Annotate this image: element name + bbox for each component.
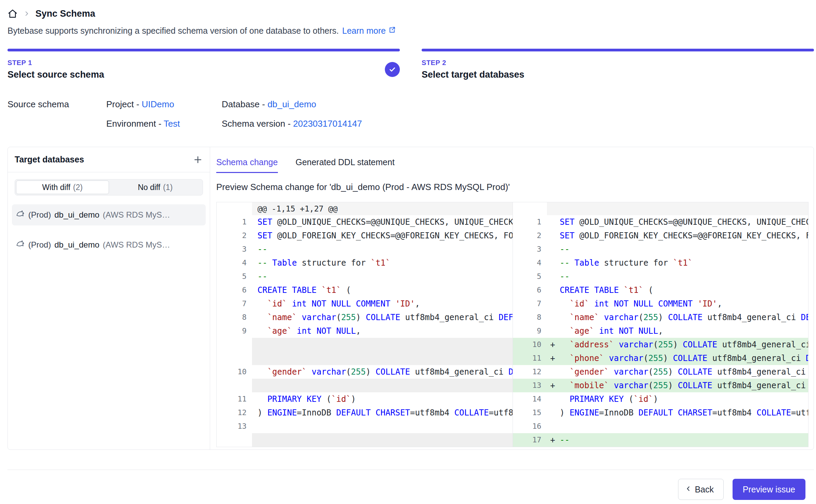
code-line: `id` int NOT NULL COMMENT 'ID', xyxy=(257,297,513,311)
target-database-list: (Prod) db_ui_demo (AWS RDS MyS… (Prod) d… xyxy=(8,204,210,255)
code-line: ) ENGINE=InnoDB DEFAULT CHARSET=utf8mb4 … xyxy=(560,406,809,420)
line-number: 13 xyxy=(513,379,547,392)
code-line xyxy=(257,338,513,351)
code-line: ) ENGINE=InnoDB DEFAULT CHARSET=utf8mb4 … xyxy=(257,406,513,420)
diff-filter-tabs: With diff (2) No diff (1) xyxy=(15,179,203,195)
diff-marker xyxy=(252,433,257,447)
diff-marker xyxy=(547,311,560,324)
step-1-title: Select source schema xyxy=(7,69,104,80)
db-environment: (Prod) xyxy=(28,210,51,220)
diff-row xyxy=(217,351,513,365)
code-line xyxy=(257,379,513,392)
diff-row: 4-- Table structure for `t1` xyxy=(513,256,809,270)
code-line: `phone` varchar(255) COLLATE utf8mb4_gen… xyxy=(560,351,809,365)
code-line: PRIMARY KEY (`id`) xyxy=(257,392,513,406)
diff-pane-left: @@ -1,15 +1,27 @@1SET @OLD_UNIQUE_CHECKS… xyxy=(217,202,513,447)
back-button[interactable]: Back xyxy=(678,479,724,500)
line-number: 2 xyxy=(513,229,547,242)
diff-marker xyxy=(252,242,257,256)
diff-marker xyxy=(252,297,257,311)
diff-marker xyxy=(547,283,560,297)
line-number: 10 xyxy=(217,365,252,379)
target-database-item-2[interactable]: (Prod) db_ui_demo (AWS RDS MyS… xyxy=(12,234,206,255)
diff-row: 2SET @OLD_FOREIGN_KEY_CHECKS=@@FOREIGN_K… xyxy=(217,229,513,242)
tab-with-diff[interactable]: With diff (2) xyxy=(16,180,109,194)
line-number xyxy=(217,433,252,447)
diff-marker xyxy=(252,229,257,242)
tab-generated-ddl[interactable]: Generated DDL statement xyxy=(296,157,395,173)
environment-link[interactable]: Test xyxy=(164,119,180,129)
diff-marker xyxy=(547,215,560,229)
db-environment: (Prod) xyxy=(28,240,51,250)
diff-row: 12 `gender` varchar(255) COLLATE utf8mb4… xyxy=(513,365,809,379)
line-number: 4 xyxy=(513,256,547,270)
database-link[interactable]: db_ui_demo xyxy=(267,99,316,109)
diff-marker xyxy=(252,311,257,324)
diff-row: 1SET @OLD_UNIQUE_CHECKS=@@UNIQUE_CHECKS,… xyxy=(217,215,513,229)
line-number: 7 xyxy=(513,297,547,311)
target-database-item-1[interactable]: (Prod) db_ui_demo (AWS RDS MyS… xyxy=(12,204,206,225)
db-name: db_ui_demo xyxy=(54,210,99,220)
diff-row: 7 `id` int NOT NULL COMMENT 'ID', xyxy=(513,297,809,311)
diff-row: 15) ENGINE=InnoDB DEFAULT CHARSET=utf8mb… xyxy=(513,406,809,420)
diff-row xyxy=(217,379,513,392)
diff-marker xyxy=(547,270,560,283)
diff-marker xyxy=(547,392,560,406)
line-number: 3 xyxy=(513,242,547,256)
line-number xyxy=(217,351,252,365)
footer-actions: Back Preview issue xyxy=(7,479,814,500)
external-link-icon xyxy=(388,26,396,36)
code-line: SET @OLD_FOREIGN_KEY_CHECKS=@@FOREIGN_KE… xyxy=(560,229,809,242)
line-number: 17 xyxy=(513,433,547,447)
code-line: `age` int NOT NULL, xyxy=(257,324,513,338)
code-line: `address` varchar(255) COLLATE utf8mb4_g… xyxy=(560,338,809,351)
code-line: CREATE TABLE `t1` ( xyxy=(257,283,513,297)
code-line: SET @OLD_UNIQUE_CHECKS=@@UNIQUE_CHECKS, … xyxy=(560,215,809,229)
project-link[interactable]: UIDemo xyxy=(142,99,174,109)
diff-marker xyxy=(547,365,560,379)
diff-row: 6CREATE TABLE `t1` ( xyxy=(217,283,513,297)
diff-marker: + xyxy=(547,433,560,447)
source-schema-label: Source schema xyxy=(7,99,106,110)
step-1: STEP 1 Select source schema xyxy=(7,49,400,80)
code-line: -- Table structure for `t1` xyxy=(560,256,809,270)
line-number: 6 xyxy=(513,283,547,297)
tab-no-diff[interactable]: No diff (1) xyxy=(109,180,202,194)
code-line: `gender` varchar(255) COLLATE utf8mb4_ge… xyxy=(257,365,513,379)
diff-row: 12) ENGINE=InnoDB DEFAULT CHARSET=utf8mb… xyxy=(217,406,513,420)
line-number: 9 xyxy=(513,324,547,338)
diff-marker xyxy=(547,324,560,338)
add-target-database-button[interactable] xyxy=(193,155,203,165)
diff-row: 16 xyxy=(513,420,809,433)
diff-row: 11 PRIMARY KEY (`id`) xyxy=(217,392,513,406)
line-number: 4 xyxy=(217,256,252,270)
line-number: 12 xyxy=(217,406,252,420)
diff-row: 2SET @OLD_FOREIGN_KEY_CHECKS=@@FOREIGN_K… xyxy=(513,229,809,242)
tab-with-diff-label: With diff xyxy=(42,183,70,192)
tab-no-diff-label: No diff xyxy=(138,183,160,192)
diff-row: 6CREATE TABLE `t1` ( xyxy=(513,283,809,297)
home-icon[interactable] xyxy=(7,9,18,19)
schema-preview-section: Schema change Generated DDL statement Pr… xyxy=(210,147,814,450)
diff-row: 3-- xyxy=(513,242,809,256)
intro-line: Bytebase supports synchronizing a specif… xyxy=(7,26,814,36)
tab-schema-change[interactable]: Schema change xyxy=(216,157,278,173)
breadcrumb: Sync Schema xyxy=(7,6,814,21)
step-1-label: STEP 1 xyxy=(7,59,104,67)
code-line: `gender` varchar(255) COLLATE utf8mb4_ge… xyxy=(560,365,809,379)
sync-schema-page: Sync Schema Bytebase supports synchroniz… xyxy=(0,0,816,504)
line-number: 6 xyxy=(217,283,252,297)
line-number: 11 xyxy=(513,351,547,365)
diff-row: 17+-- xyxy=(513,433,809,447)
diff-marker xyxy=(252,365,257,379)
schema-diff-viewer[interactable]: @@ -1,15 +1,27 @@1SET @OLD_UNIQUE_CHECKS… xyxy=(216,202,809,447)
code-line: PRIMARY KEY (`id`) xyxy=(560,392,809,406)
db-name: db_ui_demo xyxy=(54,240,99,250)
preview-issue-button[interactable]: Preview issue xyxy=(733,479,805,500)
diff-marker xyxy=(547,256,560,270)
code-line xyxy=(560,420,809,433)
learn-more-link[interactable]: Learn more xyxy=(342,26,396,36)
line-number: 14 xyxy=(513,392,547,406)
diff-marker xyxy=(252,215,257,229)
schema-version-link[interactable]: 20230317014147 xyxy=(293,119,362,129)
